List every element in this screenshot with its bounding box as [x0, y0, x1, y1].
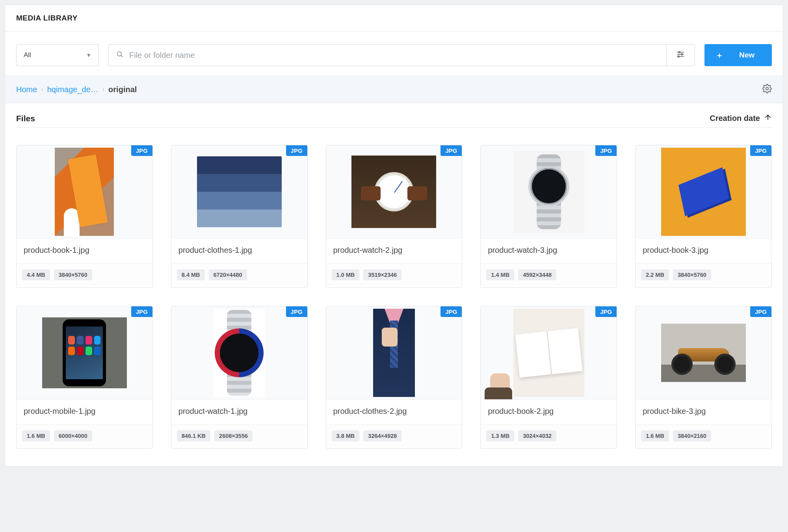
caret-down-icon: ▼ [86, 52, 91, 58]
new-button-label: New [739, 51, 755, 59]
file-card[interactable]: JPGproduct-mobile-1.jpg1.6 MB6000×4000 [16, 306, 153, 449]
svg-point-8 [766, 87, 768, 90]
file-thumbnail: JPG [481, 306, 617, 399]
file-card[interactable]: JPGproduct-book-1.jpg4.4 MB3840×5760 [16, 145, 153, 288]
file-ext-badge: JPG [286, 306, 307, 317]
new-button[interactable]: ＋ New [704, 44, 772, 66]
page-title: MEDIA LIBRARY [16, 14, 772, 22]
plus-icon: ＋ [716, 50, 723, 61]
file-dimensions: 6720×4480 [209, 269, 247, 280]
file-meta: 4.4 MB3840×5760 [17, 263, 152, 287]
arrow-up-icon [764, 113, 772, 123]
file-ext-badge: JPG [131, 306, 152, 317]
breadcrumb-current: original [108, 85, 137, 94]
file-meta: 1.3 MB3024×4032 [481, 424, 617, 449]
file-card[interactable]: JPGproduct-watch-1.jpg846.1 KB2608×3556 [171, 306, 308, 449]
file-ext-badge: JPG [750, 306, 771, 317]
breadcrumb-folder[interactable]: hqimage_de… [47, 85, 98, 94]
file-thumbnail: JPG [171, 145, 307, 238]
file-card[interactable]: JPGproduct-book-3.jpg2.2 MB3840×5760 [635, 145, 772, 288]
file-name: product-bike-3.jpg [636, 399, 771, 424]
file-card[interactable]: JPGproduct-watch-2.jpg1.0 MB3519×2346 [326, 145, 463, 288]
file-name: product-book-1.jpg [17, 238, 152, 263]
chevron-right-icon: › [41, 86, 43, 93]
toolbar: All ▼ [5, 32, 783, 76]
file-dimensions: 3840×5760 [54, 269, 92, 280]
file-name: product-watch-2.jpg [326, 238, 462, 263]
svg-point-5 [681, 54, 683, 55]
file-name: product-mobile-1.jpg [17, 399, 152, 424]
search-filters-button[interactable] [666, 44, 695, 66]
file-dimensions: 3024×4032 [518, 430, 556, 441]
file-dimensions: 3264×4928 [363, 430, 401, 441]
list-header: Files Creation date [5, 103, 783, 127]
file-ext-badge: JPG [131, 145, 152, 156]
file-thumbnail: JPG [17, 145, 152, 238]
file-dimensions: 6000×4000 [54, 430, 92, 441]
svg-line-1 [121, 55, 123, 57]
search-input-area[interactable] [109, 44, 666, 66]
filter-value: All [24, 51, 31, 59]
file-card[interactable]: JPGproduct-bike-3.jpg1.6 MB3840×2160 [635, 306, 772, 449]
file-ext-badge: JPG [286, 145, 307, 156]
file-thumbnail: JPG [17, 306, 152, 399]
file-thumbnail: JPG [326, 145, 462, 238]
filter-select[interactable]: All ▼ [16, 44, 99, 66]
file-meta: 8.4 MB6720×4480 [171, 263, 307, 287]
file-card[interactable]: JPGproduct-clothes-2.jpg3.8 MB3264×4928 [326, 306, 463, 449]
svg-point-7 [678, 56, 680, 57]
file-size: 4.4 MB [22, 269, 50, 280]
search-icon [116, 50, 124, 60]
breadcrumb-home[interactable]: Home [16, 85, 37, 94]
file-dimensions: 3519×2346 [363, 269, 401, 280]
chevron-right-icon: › [102, 86, 104, 93]
file-ext-badge: JPG [595, 306, 617, 317]
file-meta: 1.0 MB3519×2346 [326, 263, 462, 287]
file-meta: 846.1 KB2608×3556 [171, 424, 307, 449]
file-meta: 1.6 MB6000×4000 [17, 424, 152, 449]
file-thumbnail: JPG [636, 306, 771, 399]
file-size: 1.3 MB [486, 430, 514, 441]
sort-control[interactable]: Creation date [710, 113, 772, 123]
file-meta: 3.8 MB3264×4928 [326, 424, 462, 449]
file-card[interactable]: JPGproduct-watch-3.jpg1.4 MB4592×3448 [480, 145, 617, 288]
file-size: 846.1 KB [177, 430, 210, 441]
file-meta: 1.6 MB3840×2160 [636, 424, 771, 449]
file-size: 1.0 MB [332, 269, 360, 280]
svg-point-3 [679, 52, 680, 53]
file-meta: 2.2 MB3840×5760 [636, 263, 771, 287]
file-size: 1.6 MB [22, 430, 50, 441]
file-ext-badge: JPG [750, 145, 771, 156]
breadcrumb: Home › hqimage_de… › original [16, 85, 137, 94]
file-ext-badge: JPG [595, 145, 617, 156]
gear-icon[interactable] [762, 84, 772, 95]
file-name: product-clothes-2.jpg [326, 399, 462, 424]
sliders-icon [676, 50, 685, 60]
file-thumbnail: JPG [171, 306, 307, 399]
file-dimensions: 3840×2160 [673, 430, 711, 441]
file-ext-badge: JPG [440, 306, 462, 317]
file-card[interactable]: JPGproduct-book-2.jpg1.3 MB3024×4032 [480, 306, 617, 449]
search-input[interactable] [129, 51, 659, 60]
file-thumbnail: JPG [481, 145, 617, 238]
file-dimensions: 2608×3556 [214, 430, 253, 441]
file-size: 3.8 MB [332, 430, 360, 441]
breadcrumb-bar: Home › hqimage_de… › original [5, 76, 783, 103]
file-thumbnail: JPG [636, 145, 771, 238]
file-card[interactable]: JPGproduct-clothes-1.jpg8.4 MB6720×4480 [171, 145, 308, 288]
file-name: product-watch-3.jpg [481, 238, 617, 263]
file-name: product-book-2.jpg [481, 399, 617, 424]
search-bar [108, 44, 695, 66]
file-ext-badge: JPG [440, 145, 462, 156]
file-size: 2.2 MB [641, 269, 669, 280]
file-dimensions: 4592×3448 [518, 269, 556, 280]
sort-label: Creation date [710, 114, 760, 123]
file-name: product-clothes-1.jpg [171, 238, 307, 263]
file-thumbnail: JPG [326, 306, 462, 399]
title-bar: MEDIA LIBRARY [5, 5, 783, 32]
file-size: 1.4 MB [486, 269, 514, 280]
file-name: product-watch-1.jpg [171, 399, 307, 424]
file-size: 1.6 MB [641, 430, 669, 441]
file-dimensions: 3840×5760 [673, 269, 711, 280]
file-meta: 1.4 MB4592×3448 [481, 263, 617, 287]
